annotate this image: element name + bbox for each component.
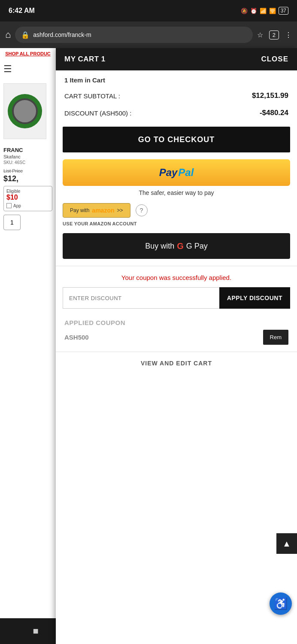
amazon-account-label: USE YOUR AMAZON ACCOUNT: [56, 221, 297, 231]
status-bar: 6:42 AM 🔕 ⏰ 📶 🛜 37: [0, 0, 297, 21]
cart-body: 1 Item in Cart CART SUBTOTAL : $12,151.9…: [56, 70, 297, 644]
background-page: SHOP ALL PRODUC ☰ FRANC Skafanc SKU: 46S…: [0, 48, 56, 644]
alarm-icon: ⏰: [250, 8, 257, 14]
list-price-label: List Price: [0, 166, 56, 174]
browser-bar: ⌂ 🔒 ashford.com/franck-m ☆ 2 ⋮: [0, 21, 297, 48]
paypal-pal-text: Pal: [178, 167, 194, 179]
coupon-code: ASH500: [64, 334, 89, 341]
browser-actions: ☆ 2 ⋮: [257, 30, 292, 39]
items-count: 1 Item in Cart: [56, 70, 297, 87]
url-security-icon: 🔒: [21, 31, 30, 39]
notification-icon: 🔕: [241, 8, 248, 14]
discount-value: -$480.24: [260, 109, 288, 117]
apply-discount-button[interactable]: APPLY DISCOUNT: [219, 287, 290, 309]
watch-image: [3, 83, 46, 139]
paypal-tagline: The safer, easier way to pay: [56, 186, 297, 201]
view-cart-button[interactable]: VIEW AND EDIT CART: [56, 352, 297, 374]
eligible-label: Eligible: [6, 189, 49, 194]
items-in-cart-label: Item in Cart: [70, 76, 106, 84]
gpay-brand-label: G Pay: [186, 242, 208, 251]
coupon-success-message: Your coupon was successfully applied.: [56, 268, 297, 286]
sale-price: $12,: [0, 174, 56, 183]
discount-input-row: APPLY DISCOUNT: [63, 287, 290, 309]
discount-row: DISCOUNT (ASH500) : -$480.24: [56, 104, 297, 122]
cart-title: MY CART 1: [64, 55, 106, 64]
accessibility-button[interactable]: ♿: [270, 592, 292, 615]
eligible-box: Eligible $10 App: [3, 186, 52, 211]
signal-icon: 📶: [260, 8, 267, 14]
wifi-icon: 🛜: [269, 8, 276, 14]
google-pay-button[interactable]: Buy with G G Pay: [63, 233, 290, 259]
paypal-button[interactable]: Pay Pal: [63, 159, 290, 186]
battery-indicator: 37: [279, 7, 288, 15]
amazon-arrows: >>: [117, 207, 123, 213]
checkbox-row: App: [6, 203, 49, 208]
amazon-pay-row: Pay with amazon >> ?: [56, 201, 297, 221]
tab-count[interactable]: 2: [269, 30, 279, 39]
paypal-logo: Pay Pal: [159, 167, 194, 179]
url-bar[interactable]: 🔒 ashford.com/franck-m: [15, 27, 252, 43]
amazon-pay-button[interactable]: Pay with amazon >>: [63, 203, 130, 218]
items-number: 1: [64, 76, 68, 84]
amazon-help-icon[interactable]: ?: [136, 204, 148, 216]
home-icon[interactable]: ⌂: [5, 29, 11, 40]
applied-coupon-label: APPLIED COUPON: [56, 316, 297, 328]
google-g-logo: G: [177, 241, 184, 251]
paypal-pay-text: Pay: [159, 167, 178, 179]
quantity-display: 1: [3, 215, 21, 230]
amazon-pay-label: Pay with: [70, 207, 89, 213]
bookmark-icon[interactable]: ☆: [257, 31, 263, 39]
cart-subtotal-value: $12,151.99: [252, 91, 288, 100]
cart-close-button[interactable]: CLOSE: [261, 55, 288, 64]
discount-label: DISCOUNT (ASH500) :: [64, 109, 131, 117]
status-time: 6:42 AM: [9, 7, 35, 15]
hamburger-icon[interactable]: ☰: [3, 64, 12, 75]
cart-subtotal-row: CART SUBTOTAL : $12,151.99: [56, 87, 297, 104]
cart-header: MY CART 1 CLOSE: [56, 48, 297, 70]
checkout-button[interactable]: GO TO CHECKOUT: [63, 127, 290, 152]
cart-drawer: MY CART 1 CLOSE 1 Item in Cart CART SUBT…: [56, 48, 297, 644]
scroll-up-button[interactable]: ▲: [276, 533, 297, 554]
shop-all-link[interactable]: SHOP ALL PRODUC: [0, 48, 56, 59]
brand-text: FRANC: [0, 143, 56, 154]
checkbox[interactable]: [6, 203, 12, 208]
more-options-icon[interactable]: ⋮: [285, 31, 292, 39]
amazon-logo: amazon: [92, 207, 114, 214]
hamburger-area: ☰: [0, 59, 56, 79]
applied-coupon-row: ASH500 Rem: [56, 328, 297, 352]
sku-text: SKU: 46SC: [0, 159, 56, 166]
cart-subtotal-label: CART SUBTOTAL :: [64, 92, 120, 100]
stop-icon[interactable]: ■: [33, 626, 39, 637]
divider-1: [56, 266, 297, 266]
model-text: Skafanc: [0, 154, 56, 159]
remove-coupon-button[interactable]: Rem: [263, 330, 288, 345]
status-icons: 🔕 ⏰ 📶 🛜 37: [241, 7, 288, 15]
discount-input-field[interactable]: [63, 287, 219, 309]
gpay-buy-label: Buy with: [145, 242, 174, 251]
eligible-price: $10: [6, 194, 49, 201]
url-text: ashford.com/franck-m: [33, 31, 91, 38]
app-label: App: [13, 204, 21, 208]
